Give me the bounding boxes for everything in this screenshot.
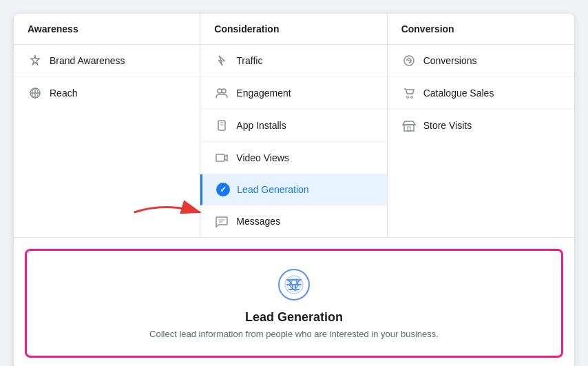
lead-generation-item[interactable]: Lead Generation (200, 174, 386, 205)
conversions-item[interactable]: Conversions (388, 45, 574, 77)
lead-generation-label: Lead Generation (237, 184, 308, 195)
traffic-icon (214, 53, 229, 68)
detail-panel-icon (277, 267, 311, 302)
conversions-icon (401, 53, 417, 68)
app-installs-label: App Installs (236, 120, 286, 131)
detail-title: Lead Generation (245, 310, 343, 325)
conversions-label: Conversions (423, 55, 477, 66)
svg-rect-9 (216, 154, 224, 161)
messages-item[interactable]: Messages (200, 205, 386, 237)
detail-description: Collect lead information from people who… (149, 329, 439, 339)
video-views-label: Video Views (236, 152, 289, 163)
svg-rect-6 (218, 121, 225, 130)
engagement-item[interactable]: Engagement (200, 77, 386, 110)
traffic-label: Traffic (236, 55, 262, 66)
svg-point-5 (222, 89, 226, 93)
brand-awareness-label: Brand Awareness (50, 55, 125, 66)
catalogue-sales-icon (401, 85, 417, 101)
brand-awareness-icon (28, 53, 43, 68)
awareness-header: Awareness (14, 14, 200, 45)
objective-grid: Awareness Brand Awareness (14, 14, 574, 238)
reach-label: Reach (50, 88, 77, 99)
traffic-item[interactable]: Traffic (200, 45, 386, 77)
catalogue-sales-item[interactable]: Catalogue Sales (388, 77, 574, 110)
app-installs-item[interactable]: App Installs (200, 110, 386, 142)
engagement-icon (214, 85, 229, 101)
messages-label: Messages (236, 216, 280, 227)
messages-icon (214, 214, 229, 229)
reach-item[interactable]: Reach (14, 77, 200, 109)
video-views-icon (214, 150, 229, 165)
reach-icon (28, 85, 43, 101)
detail-panel: Lead Generation Collect lead information… (25, 249, 563, 358)
store-visits-item[interactable]: Store Visits (388, 110, 574, 141)
svg-point-13 (408, 60, 410, 61)
conversion-column: Conversion Conversions (388, 14, 574, 237)
store-visits-label: Store Visits (423, 120, 472, 131)
engagement-label: Engagement (236, 88, 291, 99)
lead-generation-check-icon (216, 183, 230, 196)
campaign-objective-modal: Awareness Brand Awareness (14, 14, 574, 366)
video-views-item[interactable]: Video Views (200, 142, 386, 174)
consideration-header: Consideration (200, 14, 386, 45)
svg-point-14 (406, 96, 408, 99)
svg-point-4 (218, 89, 222, 93)
consideration-column: Consideration Traffic (200, 14, 387, 237)
catalogue-sales-label: Catalogue Sales (423, 88, 494, 99)
conversion-header: Conversion (388, 14, 574, 45)
brand-awareness-item[interactable]: Brand Awareness (14, 45, 200, 77)
svg-rect-16 (404, 125, 414, 131)
app-installs-icon (214, 118, 229, 133)
svg-rect-17 (408, 127, 410, 131)
store-visits-icon (401, 118, 417, 133)
awareness-column: Awareness Brand Awareness (14, 14, 200, 237)
svg-point-15 (410, 96, 412, 99)
